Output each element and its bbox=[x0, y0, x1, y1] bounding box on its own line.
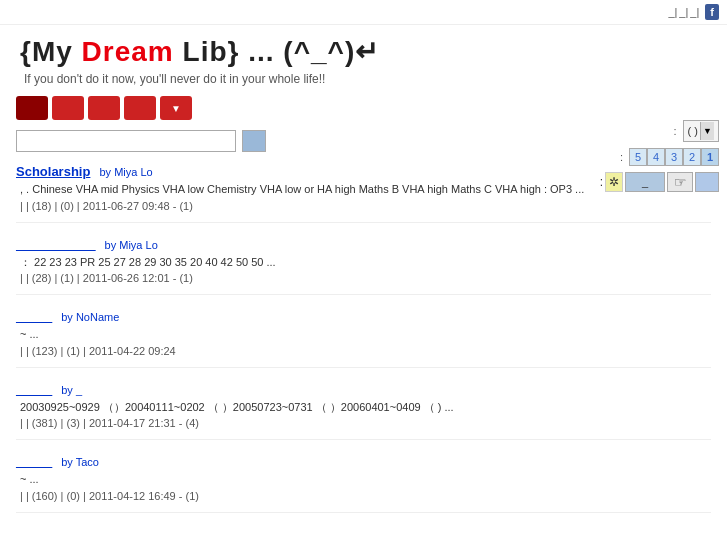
main-header: {My Dream Lib} ... (^_^)↵ If you don't d… bbox=[0, 25, 727, 90]
toolbar-dash-btn[interactable]: _ bbox=[625, 172, 665, 192]
post-meta-1: | | (18) | (0) | 2011-06-27 09:48 - (1) bbox=[20, 200, 711, 212]
top-bar: _| _| _| f bbox=[0, 0, 727, 25]
toolbar-colon: : bbox=[600, 175, 603, 189]
nav-btn-1[interactable] bbox=[16, 96, 48, 120]
paren-select[interactable]: ( ) ▼ bbox=[683, 120, 719, 142]
post-author-1: by Miya Lo bbox=[96, 166, 152, 178]
post-title-row-5: _____ by Taco bbox=[16, 454, 711, 469]
post-author-3: by NoName bbox=[58, 311, 119, 323]
page-3[interactable]: 3 bbox=[665, 148, 683, 166]
toolbar-blue-box bbox=[695, 172, 719, 192]
title-dream: Dream bbox=[82, 36, 174, 67]
post-author-link-1[interactable]: by Miya Lo bbox=[99, 166, 152, 178]
title-prefix: {My bbox=[20, 36, 82, 67]
post-item-3: _____ by NoName ~ ... | | (123) | (1) | … bbox=[16, 309, 711, 368]
post-meta-3: | | (123) | (1) | 2011-04-22 09:24 bbox=[20, 345, 711, 357]
topbar-sep2: _| bbox=[679, 6, 688, 18]
post-excerpt-5: ~ ... bbox=[20, 471, 711, 488]
post-excerpt-4: 20030925~0929 （）20040111~0202 （ ）2005072… bbox=[20, 399, 711, 416]
post-title-3[interactable]: _____ bbox=[16, 309, 52, 324]
topbar-sep1: _| bbox=[668, 6, 677, 18]
toolbar-star-btn[interactable]: ✲ bbox=[605, 172, 623, 192]
toolbar-row: : ✲ _ ☞ bbox=[600, 172, 719, 192]
nav-btn-3[interactable] bbox=[88, 96, 120, 120]
post-title-4[interactable]: _____ bbox=[16, 382, 52, 397]
post-title-1[interactable]: Scholarship bbox=[16, 164, 90, 179]
site-title: {My Dream Lib} ... (^_^)↵ bbox=[20, 35, 707, 68]
paren-control-row: : ( ) ▼ bbox=[674, 120, 719, 142]
facebook-icon[interactable]: f bbox=[705, 4, 719, 20]
post-author-link-taco[interactable]: by Taco bbox=[61, 456, 99, 468]
top-bar-links: _| _| _| f bbox=[668, 4, 719, 20]
post-item-taco: _____ by Taco ~ ... | | (160) | (0) | 20… bbox=[16, 454, 711, 513]
post-item-2: ___________ by Miya Lo ： 22 23 23 PR 25 … bbox=[16, 237, 711, 296]
post-author-5: by Taco bbox=[58, 456, 99, 468]
post-author-link-3[interactable]: by NoName bbox=[61, 311, 119, 323]
post-author-link-4[interactable]: by _ bbox=[61, 384, 82, 396]
page-num-row: : 5 4 3 2 1 bbox=[620, 148, 719, 166]
paren-dropdown-btn[interactable]: ▼ bbox=[700, 122, 714, 140]
content-area: Scholarship by Miya Lo , . Chinese VHA m… bbox=[0, 158, 727, 533]
paren-colon: : bbox=[674, 125, 677, 137]
nav-btn-2[interactable] bbox=[52, 96, 84, 120]
post-title-row-3: _____ by NoName bbox=[16, 309, 711, 324]
nav-btn-4[interactable] bbox=[124, 96, 156, 120]
page-5[interactable]: 5 bbox=[629, 148, 647, 166]
search-button[interactable] bbox=[242, 130, 266, 152]
nav-dropdown-btn[interactable]: ▼ bbox=[160, 96, 192, 120]
title-suffix: Lib} ... (^_^)↵ bbox=[174, 36, 379, 67]
pages-colon: : bbox=[620, 151, 623, 163]
post-title-row-2: ___________ by Miya Lo bbox=[16, 237, 711, 252]
post-meta-4: | | (381) | (3) | 2011-04-17 21:31 - (4) bbox=[20, 417, 711, 429]
topbar-sep3: _| bbox=[690, 6, 699, 18]
post-author-4: by _ bbox=[58, 384, 82, 396]
post-title-row-4: _____ by _ bbox=[16, 382, 711, 397]
right-panel: : ( ) ▼ : 5 4 3 2 1 : ✲ _ ☞ bbox=[600, 120, 719, 192]
paren-value: ( ) bbox=[688, 125, 698, 137]
post-title-2[interactable]: ___________ bbox=[16, 237, 96, 252]
search-input[interactable] bbox=[16, 130, 236, 152]
post-title-5[interactable]: _____ bbox=[16, 454, 52, 469]
post-meta-2: | | (28) | (1) | 2011-06-26 12:01 - (1) bbox=[20, 272, 711, 284]
post-meta-5: | | (160) | (0) | 2011-04-12 16:49 - (1) bbox=[20, 490, 711, 502]
page-2[interactable]: 2 bbox=[683, 148, 701, 166]
page-1[interactable]: 1 bbox=[701, 148, 719, 166]
page-4[interactable]: 4 bbox=[647, 148, 665, 166]
post-excerpt-2: ： 22 23 23 PR 25 27 28 29 30 35 20 40 42… bbox=[20, 254, 711, 271]
post-author-link-2[interactable]: by Miya Lo bbox=[105, 239, 158, 251]
post-author-2: by Miya Lo bbox=[102, 239, 158, 251]
post-excerpt-3: ~ ... bbox=[20, 326, 711, 343]
post-item-4: _____ by _ 20030925~0929 （）20040111~0202… bbox=[16, 382, 711, 441]
page-numbers: 5 4 3 2 1 bbox=[629, 148, 719, 166]
toolbar-hand-btn[interactable]: ☞ bbox=[667, 172, 693, 192]
site-subtitle: If you don't do it now, you'll never do … bbox=[24, 72, 707, 86]
